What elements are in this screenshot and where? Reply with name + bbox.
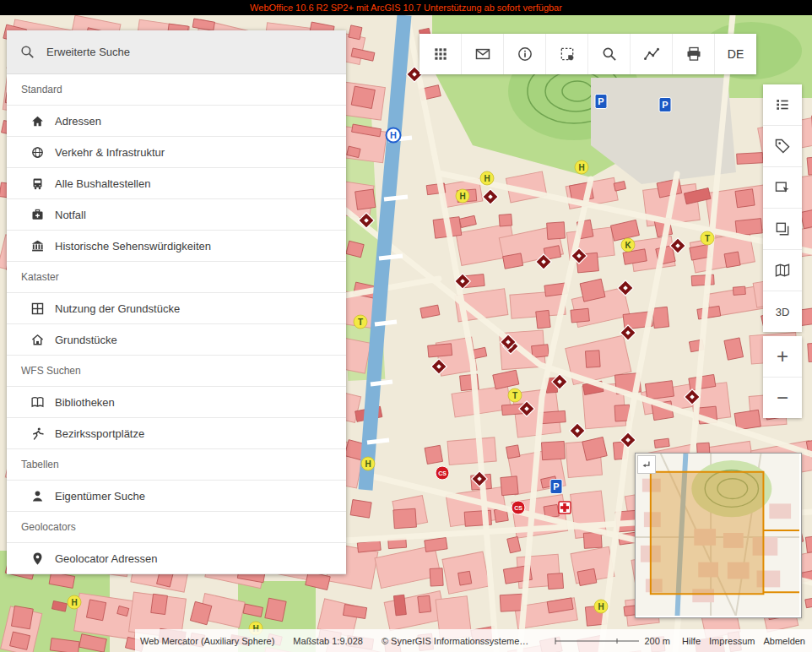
svg-text:H: H	[459, 192, 465, 201]
bus-stop-marker: T	[354, 315, 367, 329]
item-label: Eigentümer Suche	[55, 490, 145, 503]
parcel-home-icon	[30, 333, 45, 347]
section-geolocators: Geolocators	[7, 512, 346, 543]
svg-text:CS: CS	[514, 505, 522, 511]
view-3d-button[interactable]: 3D	[763, 291, 802, 332]
cs-marker: CS	[512, 501, 525, 514]
zoom-out-button[interactable]: −	[763, 378, 802, 418]
notification-text[interactable]: WebOffice 10.6 R2 SP2+ mit ArcGIS 10.7 U…	[250, 3, 562, 13]
notification-bar: WebOffice 10.6 R2 SP2+ mit ArcGIS 10.7 U…	[0, 0, 812, 15]
section-kataster: Kataster	[7, 262, 346, 293]
search-icon	[19, 44, 35, 60]
svg-text:T: T	[358, 318, 363, 327]
tag-icon	[774, 138, 791, 155]
language-button[interactable]: DE	[714, 34, 756, 74]
item-label: Bezirkssportplätze	[55, 427, 144, 440]
svg-text:H: H	[390, 130, 397, 140]
labels-button[interactable]	[763, 126, 802, 167]
magnifier-icon	[601, 46, 618, 62]
maps-button[interactable]	[763, 250, 802, 291]
info-icon	[517, 46, 533, 62]
copyright-label: © SynerGIS Informationssysteme GmbH | Ed…	[382, 636, 530, 646]
svg-text:P: P	[553, 481, 559, 492]
runner-icon	[30, 427, 45, 441]
panel-header: Erweiterte Suche	[7, 30, 346, 74]
search-item-geolocator-adressen[interactable]: Geolocator Adressen	[7, 543, 346, 574]
item-label: Historische Sehenswürdigkeiten	[55, 240, 211, 253]
overview-collapse-button[interactable]	[637, 455, 656, 474]
identify-button[interactable]	[503, 34, 545, 74]
bus-stop-marker: K	[621, 238, 635, 252]
firstaid-icon	[30, 208, 45, 222]
print-icon	[685, 46, 702, 62]
svg-text:H: H	[598, 602, 604, 611]
bus-stop-marker: T	[701, 231, 714, 245]
statusbar-link-abmelden[interactable]: Abmelden	[763, 636, 805, 646]
search-item-nutzung-der-grundstücke[interactable]: Nutzung der Grundstücke	[7, 293, 346, 324]
select-rect-icon	[559, 46, 576, 62]
search-item-notfall[interactable]: Notfall	[7, 199, 346, 231]
search-item-verkehr-infrastruktur[interactable]: Verkehr & Infrastruktur	[7, 137, 346, 168]
apps-icon	[432, 46, 449, 62]
bus-stop-marker: T	[508, 388, 522, 402]
overview-extent[interactable]	[651, 472, 764, 594]
statusbar-link-impressum[interactable]: Impressum	[709, 636, 755, 646]
legend-button[interactable]	[763, 84, 802, 126]
corner-arrow-icon	[641, 459, 652, 470]
pharmacy-marker	[559, 502, 571, 513]
globe-icon	[30, 145, 45, 160]
view-3d-label: 3D	[776, 306, 790, 318]
bus-stop-marker: H	[480, 171, 494, 185]
search-item-adressen[interactable]: Adressen	[7, 106, 346, 137]
zoom-search-button[interactable]	[587, 34, 630, 74]
zoom-out-label: −	[777, 386, 788, 410]
cs-marker: CS	[436, 466, 449, 480]
panel-title: Erweiterte Suche	[46, 46, 130, 58]
scalebar	[555, 636, 639, 646]
parking-marker: P	[550, 480, 562, 494]
item-label: Adressen	[55, 115, 101, 128]
svg-text:H: H	[365, 459, 371, 469]
search-item-historische-sehenswürdigkeiten[interactable]: Historische Sehenswürdigkeiten	[7, 231, 346, 262]
zoom-in-button[interactable]: +	[763, 336, 802, 378]
pin-icon	[30, 551, 45, 566]
person-icon	[30, 489, 45, 503]
parking-marker: P	[659, 98, 671, 112]
item-label: Verkehr & Infrastruktur	[55, 146, 165, 159]
right-toolbar-main: 3D	[763, 84, 802, 332]
search-item-alle-bushaltestellen[interactable]: Alle Bushaltestellen	[7, 168, 346, 199]
measure-button[interactable]	[630, 34, 672, 74]
search-item-bibliotheken[interactable]: Bibliotheken	[7, 387, 346, 418]
section-tabellen: Tabellen	[7, 449, 346, 481]
search-item-grundstücke[interactable]: Grundstücke	[7, 324, 346, 356]
bus-stop-marker: H	[456, 189, 469, 203]
mail-button[interactable]	[461, 34, 503, 74]
statusbar: Web Mercator (Auxiliary Sphere) Maßstab …	[135, 629, 812, 652]
item-label: Bibliotheken	[55, 396, 115, 409]
basemaps-button[interactable]	[763, 209, 802, 250]
legend-icon	[774, 96, 791, 113]
print-button[interactable]	[672, 34, 714, 74]
select-region-button[interactable]	[545, 34, 587, 74]
apps-button[interactable]	[420, 34, 461, 74]
bus-stop-marker: H	[361, 457, 375, 470]
overview-map[interactable]	[635, 453, 802, 618]
search-item-eigentümer-suche[interactable]: Eigentümer Suche	[7, 481, 346, 512]
svg-text:P: P	[662, 100, 668, 110]
bus-stop-marker: H	[68, 595, 81, 609]
section-standard: Standard	[7, 74, 346, 106]
parking-marker: P	[595, 95, 607, 109]
map-select-icon	[774, 179, 791, 196]
statusbar-link-hilfe[interactable]: Hilfe	[682, 636, 701, 646]
bus-icon	[30, 177, 45, 191]
bus-stop-marker: H	[594, 600, 608, 613]
map-themes-button[interactable]	[763, 167, 802, 209]
svg-text:H: H	[578, 163, 584, 172]
zoom-in-label: +	[777, 345, 788, 368]
main-toolbar: DE	[420, 34, 756, 74]
search-item-bezirkssportplätze[interactable]: Bezirkssportplätze	[7, 418, 346, 449]
item-label: Alle Bushaltestellen	[55, 177, 150, 190]
map-book-icon	[774, 262, 791, 279]
advanced-search-panel: Erweiterte Suche StandardAdressenVerkehr…	[7, 30, 346, 574]
parcels-icon	[30, 302, 45, 316]
